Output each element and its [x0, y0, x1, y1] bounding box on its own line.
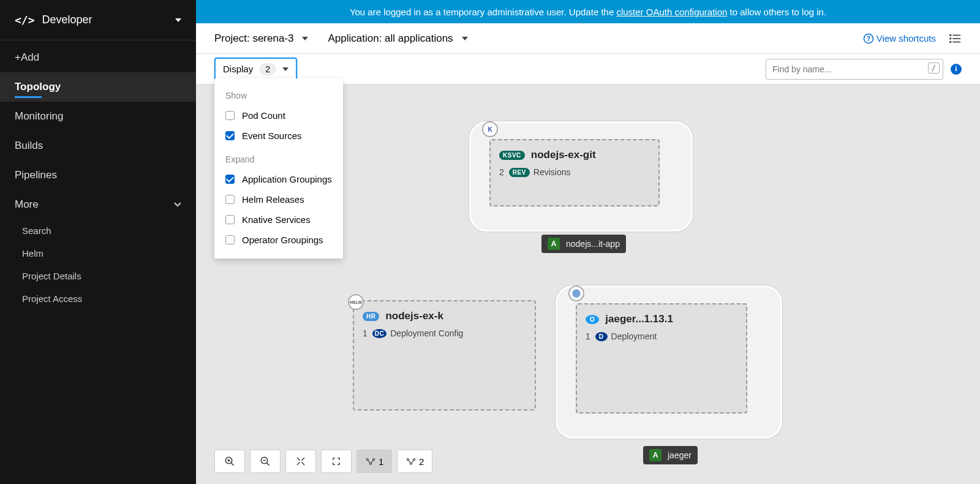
svg-point-2: [949, 34, 952, 36]
sidebar-item-more[interactable]: More: [0, 190, 196, 219]
node-sub-row: 1 DC Deployment Config: [354, 326, 535, 341]
perspective-label: Developer: [42, 13, 175, 26]
svg-line-24: [408, 460, 410, 463]
display-options-button[interactable]: Display 2: [214, 58, 297, 81]
svg-line-10: [231, 463, 234, 466]
operator-badge-icon: [568, 285, 584, 301]
project-selector[interactable]: Project: serena-3: [214, 32, 308, 45]
sidebar: </> Developer +Add Topology Monitoring B…: [0, 0, 196, 484]
dc-label: Deployment Config: [390, 328, 463, 338]
checkbox-operator-groupings[interactable]: [225, 235, 235, 244]
display-label: Display: [223, 64, 253, 74]
knative-badge-icon: K: [482, 121, 498, 137]
option-helm-releases[interactable]: Helm Releases: [214, 189, 343, 210]
node-jaeger[interactable]: O jaeger...1.13.1 1 D Deployment: [576, 303, 747, 414]
project-toolbar: Project: serena-3 Application: all appli…: [196, 23, 980, 54]
svg-rect-5: [952, 38, 960, 39]
reset-view-button[interactable]: [321, 450, 352, 473]
option-label: Knative Services: [242, 214, 311, 225]
app-label-text: jaeger: [668, 450, 692, 460]
checkbox-knative-services[interactable]: [225, 215, 235, 224]
group-jaeger[interactable]: O jaeger...1.13.1 1 D Deployment: [556, 285, 782, 439]
sidebar-item-topology[interactable]: Topology: [0, 72, 196, 102]
node-title: jaeger...1.13.1: [605, 313, 673, 325]
sidebar-more-submenu: Search Helm Project Details Project Acce…: [0, 219, 196, 310]
sidebar-more-label: More: [15, 199, 39, 211]
operator-badge: O: [586, 315, 599, 324]
rev-badge: REV: [509, 168, 530, 177]
fit-to-screen-button[interactable]: [285, 450, 316, 473]
caret-down-icon: [175, 18, 181, 22]
hr-badge: HR: [363, 312, 379, 321]
layout-1-label: 1: [379, 456, 383, 467]
sidebar-item-project-details[interactable]: Project Details: [7, 265, 196, 287]
sidebar-item-monitoring[interactable]: Monitoring: [0, 102, 196, 131]
app-label-jaeger[interactable]: A jaeger: [643, 446, 698, 464]
banner-oauth-link[interactable]: cluster OAuth configuration: [616, 7, 727, 17]
zoom-in-button[interactable]: [214, 450, 245, 473]
svg-text:?: ?: [866, 34, 870, 42]
login-banner: You are logged in as a temporary adminis…: [196, 0, 980, 23]
helm-badge-icon: HELM: [348, 294, 364, 310]
checkbox-helm-releases[interactable]: [225, 195, 235, 204]
svg-point-6: [949, 40, 952, 43]
revision-label: Revisions: [533, 167, 571, 177]
svg-point-8: [572, 289, 580, 297]
dc-count: 1: [363, 328, 368, 338]
sidebar-item-pipelines[interactable]: Pipelines: [0, 161, 196, 190]
view-shortcuts-link[interactable]: ? View shortcuts: [863, 33, 936, 44]
info-icon[interactable]: i: [951, 64, 962, 75]
zoom-controls: 1 2: [214, 450, 432, 473]
list-view-toggle[interactable]: [948, 32, 962, 45]
node-sub-row: 2 REV Revisions: [491, 165, 658, 180]
checkbox-application-groupings[interactable]: [225, 175, 235, 184]
option-knative-services[interactable]: Knative Services: [214, 210, 343, 230]
caret-down-icon: [302, 37, 308, 40]
project-label: Project:: [214, 32, 250, 45]
node-title-row: O jaeger...1.13.1: [577, 304, 746, 329]
checkbox-event-sources[interactable]: [225, 131, 235, 140]
option-pod-count[interactable]: Pod Count: [214, 105, 343, 126]
sidebar-item-add[interactable]: +Add: [0, 43, 196, 72]
svg-line-20: [371, 460, 373, 463]
application-value: all applications: [385, 32, 453, 45]
option-event-sources[interactable]: Event Sources: [214, 126, 343, 146]
search-input[interactable]: [766, 59, 943, 80]
code-icon: </>: [15, 13, 35, 26]
option-label: Application Groupings: [242, 174, 332, 184]
zoom-out-button[interactable]: [250, 450, 281, 473]
perspective-switcher[interactable]: </> Developer: [0, 0, 196, 40]
sidebar-item-builds[interactable]: Builds: [0, 131, 196, 161]
layout-1-button[interactable]: 1: [356, 450, 392, 473]
banner-text-before: You are logged in as a temporary adminis…: [350, 7, 617, 17]
option-application-groupings[interactable]: Application Groupings: [214, 169, 343, 189]
option-operator-groupings[interactable]: Operator Groupings: [214, 230, 343, 250]
layout-2-button[interactable]: 2: [397, 450, 432, 473]
app-badge-icon: A: [649, 449, 662, 461]
ksvc-badge: KSVC: [499, 151, 525, 160]
app-label-nodejs[interactable]: A nodejs...it-app: [541, 235, 626, 253]
checkbox-pod-count[interactable]: [225, 111, 235, 120]
application-label: Application:: [328, 32, 382, 45]
display-options-dropdown: Show Pod Count Event Sources Expand Appl…: [214, 78, 343, 259]
help-icon: ?: [863, 33, 874, 44]
node-title: nodejs-ex-git: [531, 149, 596, 161]
app-badge-icon: A: [548, 238, 560, 250]
dc-badge: DC: [372, 329, 386, 338]
sidebar-item-helm[interactable]: Helm: [7, 242, 196, 265]
node-nodejs-ex-k[interactable]: HELM HR nodejs-ex-k 1 DC Deployment Conf…: [353, 300, 536, 410]
option-label: Operator Groupings: [242, 235, 323, 245]
node-title-row: HR nodejs-ex-k: [354, 301, 535, 326]
node-sub-row: 1 D Deployment: [577, 329, 746, 344]
group-nodejs-app[interactable]: K KSVC nodejs-ex-git 2 REV Revisions: [469, 121, 693, 232]
sidebar-item-search[interactable]: Search: [7, 219, 196, 242]
application-selector[interactable]: Application: all applications: [328, 32, 467, 45]
layout-2-label: 2: [419, 456, 424, 467]
d-badge: D: [595, 332, 608, 341]
sidebar-nav: +Add Topology Monitoring Builds Pipeline…: [0, 40, 196, 310]
svg-line-25: [411, 460, 413, 463]
sidebar-item-project-access[interactable]: Project Access: [7, 287, 196, 310]
node-nodejs-ex-git[interactable]: KSVC nodejs-ex-git 2 REV Revisions: [489, 139, 660, 206]
svg-rect-7: [952, 41, 960, 42]
option-label: Helm Releases: [242, 194, 304, 205]
